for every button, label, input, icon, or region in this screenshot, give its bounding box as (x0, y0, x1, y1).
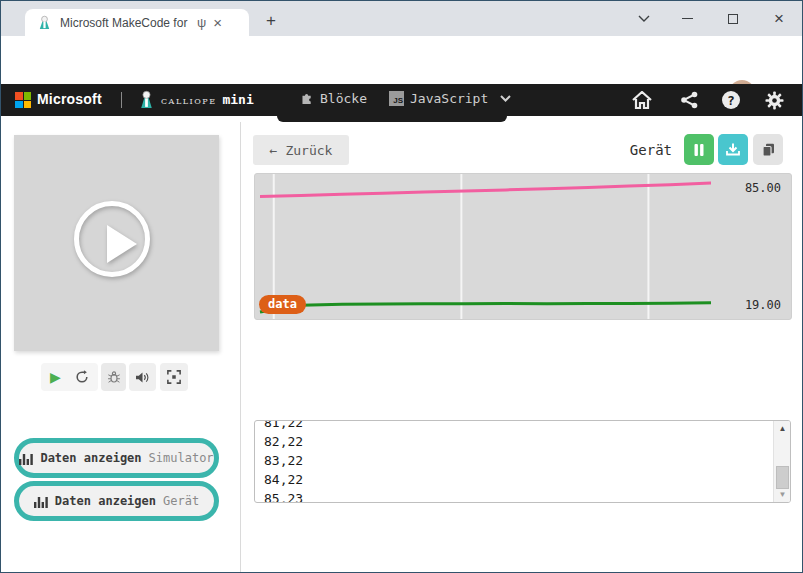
console-line: 83,22 (264, 451, 770, 470)
chevron-down-icon (500, 95, 511, 102)
tab-javascript-label: JavaScript (410, 91, 488, 106)
tab-javascript[interactable]: JS JavaScript (389, 91, 511, 106)
back-label: Zurück (285, 143, 332, 158)
sim-play-button[interactable]: ▶ (50, 370, 61, 384)
brand-calliope: Calliope (161, 93, 216, 107)
sim-debug-button[interactable] (101, 363, 126, 391)
console-scrollbar[interactable]: ▲ ▼ (773, 421, 790, 502)
tab-blocks-label: Blöcke (320, 91, 367, 106)
microsoft-logo (15, 92, 31, 108)
bar-chart-icon (34, 495, 48, 508)
makecode-header: Microsoft Calliope mini Blöcke JS JavaSc… (1, 84, 802, 116)
maximize-icon (728, 14, 738, 24)
show-data-simulator-button[interactable]: Daten anzeigen Simulator (14, 438, 219, 478)
calliope-favicon (37, 15, 52, 30)
sim-run-controls: ▶ (41, 363, 98, 391)
window-close-button[interactable]: × (756, 1, 802, 36)
fullscreen-icon (167, 370, 181, 384)
series-badge[interactable]: data (259, 295, 306, 314)
copy-data-button[interactable] (753, 134, 783, 165)
window-minimize-button[interactable] (664, 1, 710, 36)
bug-icon (107, 370, 121, 384)
download-csv-button[interactable] (718, 134, 748, 165)
show-data-simulator-target: Simulator (149, 451, 214, 465)
serial-console[interactable]: 81,2282,2283,2284,2285,23 ▲ ▼ (254, 420, 791, 503)
window-maximize-button[interactable] (710, 1, 756, 36)
tab-search-chevron-icon[interactable] (624, 1, 664, 36)
scroll-down-icon[interactable]: ▼ (774, 487, 791, 502)
close-icon: × (774, 10, 784, 27)
show-data-device-label: Daten anzeigen (55, 494, 156, 508)
home-menu-icon[interactable] (631, 90, 653, 110)
simulator-placeholder[interactable] (14, 135, 219, 351)
help-menu-icon[interactable]: ? (720, 90, 742, 110)
device-label: Gerät (630, 142, 672, 158)
speaker-icon (135, 371, 150, 384)
show-data-device-target: Gerät (163, 494, 199, 508)
pause-recording-button[interactable] (684, 134, 714, 165)
sim-restart-button[interactable] (75, 370, 89, 384)
simulator-sidebar: ▶ Daten anzeigen Simulator Daten anzeige… (1, 122, 241, 573)
scrollbar-thumb[interactable] (776, 466, 789, 489)
new-tab-button[interactable]: + (259, 10, 283, 34)
javascript-icon: JS (389, 91, 404, 106)
share-menu-icon[interactable] (678, 90, 700, 110)
calliope-brand[interactable]: Calliope mini (138, 90, 254, 109)
download-icon (726, 143, 740, 156)
back-arrow-icon: ← (270, 143, 278, 158)
minimize-icon (682, 18, 693, 20)
tab-blocks[interactable]: Blöcke (300, 91, 367, 106)
show-data-device-button[interactable]: Daten anzeigen Gerät (14, 481, 219, 521)
calliope-mascot-icon (138, 90, 155, 109)
window-controls: × (624, 1, 802, 36)
data-viewer: ← Zurück Gerät 85.00 19.00 data 81,2282,… (242, 122, 803, 573)
copy-icon (762, 143, 775, 157)
console-lines: 81,2282,2283,2284,2285,23 (264, 420, 770, 503)
brand-mini: mini (222, 92, 253, 107)
browser-tab-bar: Microsoft MakeCode for Cal ψ × + × (1, 1, 802, 36)
settings-gear-icon[interactable] (763, 90, 785, 110)
header-divider (121, 92, 122, 108)
chart-max-label: 85.00 (745, 181, 781, 195)
pause-icon (694, 144, 704, 156)
serial-chart[interactable]: 85.00 19.00 data (254, 173, 792, 320)
sim-sound-button[interactable] (129, 363, 156, 391)
simulator-play-overlay[interactable] (74, 201, 150, 277)
console-line: 82,22 (264, 432, 770, 451)
show-data-simulator-label: Daten anzeigen (40, 451, 141, 465)
console-line: 81,22 (264, 420, 770, 432)
bar-chart-icon (19, 452, 33, 465)
back-to-editor-button[interactable]: ← Zurück (253, 135, 349, 165)
console-line: 85,23 (264, 489, 770, 503)
browser-window: Microsoft MakeCode for Cal ψ × + × ← → (0, 0, 803, 573)
scroll-up-icon[interactable]: ▲ (774, 421, 791, 436)
browser-toolbar: ← → makecode.calliope.cc/alpha#... ☆ (1, 36, 802, 84)
usb-connected-icon: ψ (197, 15, 206, 30)
puzzle-icon (300, 92, 314, 106)
play-icon (107, 225, 137, 263)
sim-fullscreen-button[interactable] (160, 363, 188, 391)
serial-chart-svg (255, 174, 791, 319)
tab-title: Microsoft MakeCode for Cal (60, 16, 190, 30)
microsoft-wordmark: Microsoft (37, 91, 102, 107)
browser-tab[interactable]: Microsoft MakeCode for Cal ψ × (25, 9, 249, 36)
tab-close-icon[interactable]: × (213, 15, 222, 30)
console-line: 84,22 (264, 470, 770, 489)
chart-min-label: 19.00 (745, 298, 781, 312)
